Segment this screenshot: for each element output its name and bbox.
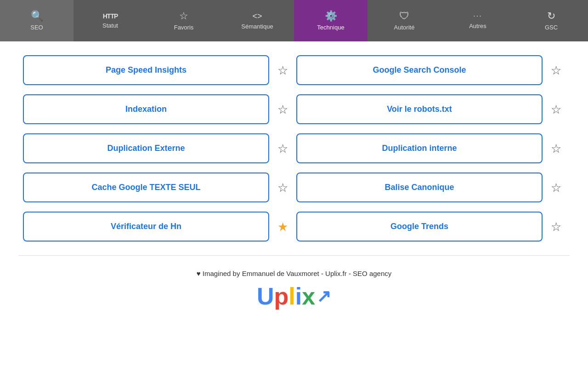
nav-item-semantique[interactable]: <> Sémantique [220,0,294,41]
code-icon: <> [252,12,262,20]
nav-item-gsc[interactable]: ↻ GSC [514,0,588,41]
indexation-star[interactable]: ☆ [274,101,292,118]
nav-item-favoris[interactable]: ☆ Favoris [147,0,220,41]
indexation-button[interactable]: Indexation [23,94,269,124]
nav-item-technique[interactable]: ⚙️ Technique [294,0,368,41]
uplix-arrow-icon: ↗ [317,288,331,305]
nav-label-statut: Statut [102,22,118,29]
cache-google-button[interactable]: Cache Google TEXTE SEUL [23,172,269,202]
uplix-letter-u: U [257,284,274,308]
footer: ♥ Imagined by Emmanuel de Vauxmoret - Up… [18,265,570,317]
tools-grid: Page Speed Insights ☆ Google Search Cons… [23,55,565,242]
divider [18,255,570,256]
shield-icon: 🛡 [399,11,409,21]
google-trends-star[interactable]: ☆ [547,218,565,235]
duplication-interne-button[interactable]: Duplication interne [296,133,543,163]
robots-txt-button[interactable]: Voir le robots.txt [296,94,543,124]
duplication-interne-star[interactable]: ☆ [547,140,565,157]
page-speed-button[interactable]: Page Speed Insights [23,55,269,85]
duplication-externe-button[interactable]: Duplication Externe [23,133,269,163]
uplix-letter-i: i [295,284,302,308]
verificateur-hn-star[interactable]: ★ [274,218,292,235]
cache-google-star[interactable]: ☆ [274,179,292,196]
nav-item-seo[interactable]: 🔍 SEO [0,0,74,41]
google-search-console-button[interactable]: Google Search Console [296,55,543,85]
balise-canonique-button[interactable]: Balise Canonique [296,172,543,202]
nav-label-favoris: Favoris [174,24,194,31]
nav-label-technique: Technique [317,24,344,31]
nav-label-seo: SEO [30,24,43,31]
main-content: Page Speed Insights ☆ Google Search Cons… [0,41,588,368]
page-speed-star[interactable]: ☆ [274,62,292,79]
verificateur-hn-button[interactable]: Vérificateur de Hn [23,212,269,242]
duplication-externe-star[interactable]: ☆ [274,140,292,157]
uplix-letter-l: l [288,284,295,308]
refresh-icon: ↻ [547,11,555,21]
google-trends-button[interactable]: Google Trends [296,212,543,242]
nav-label-autres: Autres [469,23,486,29]
uplix-letter-p: p [274,284,288,308]
star-icon: ☆ [179,11,188,21]
nav-label-gsc: GSC [545,24,558,31]
nav-item-autres[interactable]: ··· Autres [441,0,514,41]
nav-item-statut[interactable]: HTTP Statut [74,0,147,41]
gear-icon: ⚙️ [325,11,337,21]
nav-label-autorite: Autorité [394,24,415,31]
dots-icon: ··· [473,12,482,20]
balise-canonique-star[interactable]: ☆ [547,179,565,196]
nav-bar: 🔍 SEO HTTP Statut ☆ Favoris <> Sémantiqu… [0,0,588,41]
google-search-console-star[interactable]: ☆ [547,62,565,79]
http-icon: HTTP [103,13,118,19]
robots-txt-star[interactable]: ☆ [547,101,565,118]
nav-item-autorite[interactable]: 🛡 Autorité [368,0,441,41]
nav-label-semantique: Sémantique [241,23,273,30]
uplix-logo: U p l i x ↗ [18,284,570,308]
search-icon: 🔍 [31,11,43,21]
uplix-letter-x: x [302,284,315,308]
footer-text: ♥ Imagined by Emmanuel de Vauxmoret - Up… [18,270,570,277]
